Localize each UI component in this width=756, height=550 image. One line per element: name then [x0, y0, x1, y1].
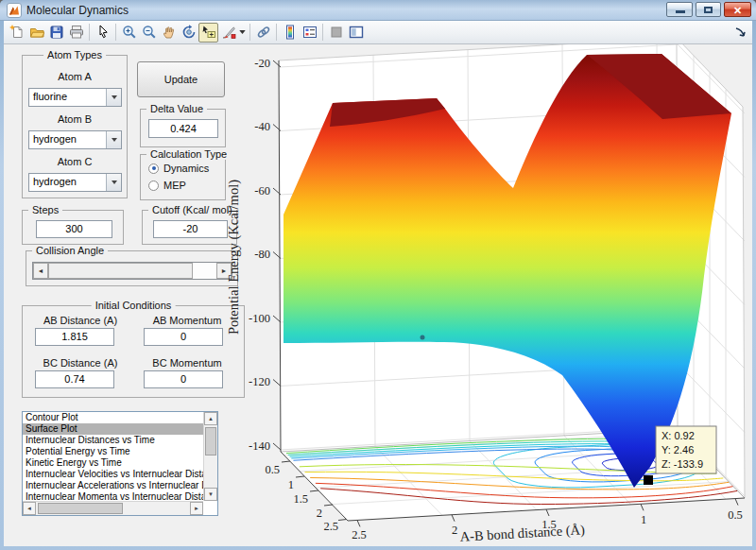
dock-arrow-icon [734, 26, 747, 39]
steps-field[interactable]: 300 [36, 220, 112, 238]
mep-radio[interactable]: MEP [148, 180, 186, 191]
x-tick-label: 1 [641, 513, 646, 526]
bc-momentum-label: BC Momentum [136, 357, 238, 369]
open-file-button[interactable] [26, 23, 46, 43]
z-tick-label: -20 [254, 57, 270, 70]
box-back-edges [279, 44, 745, 498]
zoom-out-button[interactable] [139, 23, 159, 43]
toolbar-separator [276, 24, 277, 41]
new-file-button[interactable] [7, 23, 26, 43]
atom-types-panel: Atom Types Atom A fluorine Atom B hydrog… [22, 55, 128, 198]
horizontal-scroll-thumb[interactable] [38, 503, 123, 514]
link-plot-button[interactable] [253, 23, 273, 43]
plot-type-listbox[interactable]: Contour Plot Surface Plot Internuclear D… [22, 411, 218, 516]
datatip-y-value: Y: 2.46 [662, 444, 694, 455]
close-button[interactable]: ✕ [724, 2, 751, 17]
y-tick-label: 0.5 [265, 463, 280, 476]
delta-value-panel: Delta Value 0.424 [140, 109, 226, 147]
brush-data-button[interactable] [218, 23, 238, 43]
atom-a-dropdown-button[interactable] [106, 89, 121, 106]
atom-types-title: Atom Types [43, 49, 106, 60]
list-item[interactable]: Internuclear Distances vs Time [23, 435, 204, 446]
slider-thumb[interactable] [48, 263, 193, 279]
ab-momentum-field[interactable]: 0 [144, 328, 223, 346]
atom-b-select[interactable]: hydrogen [28, 130, 122, 149]
print-figure-button[interactable] [66, 23, 86, 43]
pointer-arrow-icon [95, 25, 111, 40]
scroll-up-button[interactable]: ▲ [204, 412, 217, 425]
right-plateau-cap [587, 54, 731, 119]
x-tick-label: 0.5 [728, 508, 743, 522]
brush-dropdown-caret[interactable] [238, 23, 247, 43]
show-plot-tools-button[interactable] [346, 23, 366, 43]
edit-plot-button[interactable] [93, 23, 112, 43]
x-tick-label: 2 [452, 524, 457, 537]
rotate-3d-button[interactable] [179, 23, 198, 43]
z-tick-label: -60 [254, 184, 270, 198]
scroll-left-button[interactable]: ◄ [23, 502, 36, 515]
cutoff-title: Cutoff (Kcal/ mol) [148, 204, 236, 215]
link-chain-icon [256, 25, 271, 40]
colorbar-icon [283, 25, 298, 40]
toolbar-separator [249, 24, 250, 41]
list-item[interactable]: Potential Energy vs Time [23, 446, 204, 457]
slider-right-arrow[interactable]: ► [216, 263, 232, 279]
data-cursor-button[interactable] [198, 23, 218, 43]
save-figure-button[interactable] [46, 23, 66, 43]
scroll-right-button[interactable]: ► [190, 502, 203, 515]
atom-b-dropdown-button[interactable] [106, 131, 121, 148]
list-item[interactable]: Contour Plot [23, 412, 204, 423]
atom-c-dropdown-button[interactable] [106, 174, 121, 191]
steps-panel: Steps 300 [22, 210, 124, 245]
slider-track[interactable] [48, 263, 216, 279]
potential-energy-surface[interactable] [284, 54, 731, 488]
atom-a-select[interactable]: fluorine [28, 88, 122, 107]
list-item[interactable]: Kinetic Energy vs Time [23, 457, 204, 469]
zoom-in-button[interactable] [119, 23, 139, 43]
data-cursor-icon [201, 25, 216, 40]
vertical-scroll-thumb[interactable] [205, 427, 216, 455]
title-bar[interactable]: Molecular Dynamics ✕ [0, 0, 756, 21]
cutoff-field[interactable]: -20 [153, 220, 228, 238]
datatip-box [656, 426, 716, 473]
hide-plot-tools-icon [329, 25, 344, 40]
scroll-down-button[interactable]: ▼ [204, 488, 217, 501]
x-tick-label: 2.5 [352, 528, 367, 541]
hide-plot-tools-button[interactable] [326, 23, 346, 43]
maximize-button[interactable] [696, 2, 721, 17]
bc-distance-label: BC Distance (A) [28, 357, 132, 369]
initial-conditions-panel: Initial Conditions AB Distance (A) AB Mo… [22, 305, 245, 398]
horizontal-scrollbar[interactable]: ◄ ► [23, 501, 203, 515]
list-item-selected[interactable]: Surface Plot [23, 423, 204, 435]
y-tick-label: 1 [288, 478, 294, 491]
ab-distance-field[interactable]: 1.815 [35, 328, 114, 346]
dynamics-radio-label: Dynamics [163, 163, 209, 174]
chevron-down-icon [239, 30, 246, 34]
bc-momentum-field[interactable]: 0 [144, 370, 223, 388]
datatip[interactable]: X: 0.92 Y: 2.46 Z: -133.9 [644, 426, 716, 485]
insert-colorbar-button[interactable] [280, 23, 300, 43]
collision-angle-slider[interactable]: ◄ ► [32, 262, 232, 280]
minimize-button[interactable] [666, 2, 693, 17]
insert-legend-button[interactable] [300, 23, 319, 43]
box-front-edges [279, 60, 745, 521]
pan-button[interactable] [159, 23, 179, 43]
atom-b-value: hydrogen [33, 133, 77, 145]
vertical-scrollbar[interactable]: ▲ ▼ [203, 412, 217, 501]
dock-figure-arrow[interactable] [734, 26, 747, 43]
bc-distance-field[interactable]: 0.74 [35, 370, 114, 388]
slider-left-arrow[interactable]: ◄ [33, 263, 48, 279]
list-item[interactable]: Internuclear Accelerations vs Internucle… [23, 480, 204, 491]
delta-value-field[interactable]: 0.424 [148, 119, 218, 138]
chevron-down-icon [112, 138, 117, 142]
z-tick-label: -100 [249, 312, 270, 325]
datatip-marker[interactable] [644, 475, 653, 485]
atom-c-select[interactable]: hydrogen [28, 173, 122, 192]
datatip-z-value: Z: -133.9 [662, 458, 703, 470]
dynamics-radio[interactable]: Dynamics [148, 163, 209, 174]
list-item[interactable]: Internuclear Velocities vs Internuclear … [23, 469, 204, 480]
cutoff-panel: Cutoff (Kcal/ mol) -20 [142, 210, 237, 245]
z-tick-label: -80 [254, 248, 270, 261]
ab-momentum-label: AB Momentum [136, 315, 238, 326]
update-button[interactable]: Update [137, 61, 225, 97]
